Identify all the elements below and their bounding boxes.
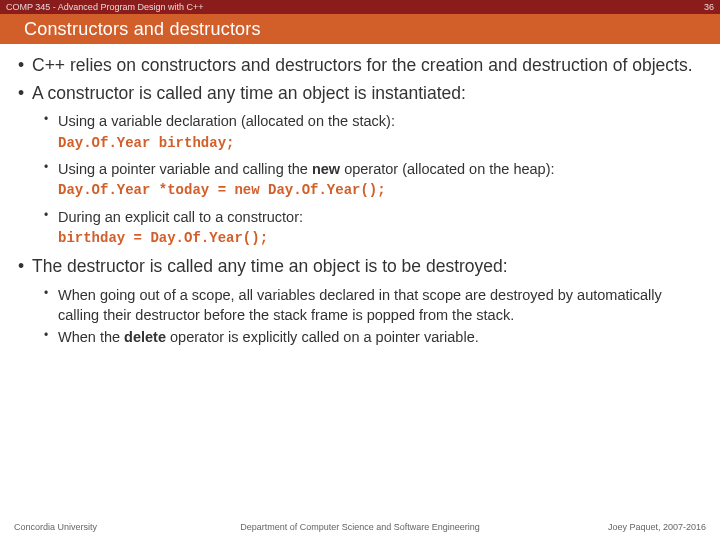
sub-3-2: When the delete operator is explicitly c…	[44, 327, 702, 347]
sub-2-1-text: Using a variable declaration (allocated …	[58, 113, 395, 129]
bullet-2-text: A constructor is called any time an obje…	[32, 83, 466, 103]
bullet-1: C++ relies on constructors and destructo…	[18, 54, 702, 78]
bullet-3-text: The destructor is called any time an obj…	[32, 256, 508, 276]
bullet-3: The destructor is called any time an obj…	[18, 255, 702, 348]
slide-title: Constructors and destructors	[24, 19, 261, 40]
footer-center: Department of Computer Science and Softw…	[154, 522, 566, 532]
sub-2-2-pre: Using a pointer variable and calling the	[58, 161, 312, 177]
title-bar: Constructors and destructors	[0, 14, 720, 44]
main-bullet-list: C++ relies on constructors and destructo…	[18, 54, 702, 347]
footer-right: Joey Paquet, 2007-2016	[566, 522, 706, 532]
delete-keyword: delete	[124, 329, 166, 345]
slide-content: C++ relies on constructors and destructo…	[0, 44, 720, 347]
header-top-bar: COMP 345 - Advanced Program Design with …	[0, 0, 720, 14]
code-3: birthday = Day.Of.Year();	[58, 229, 702, 249]
footer: Concordia University Department of Compu…	[0, 522, 720, 532]
code-2: Day.Of.Year *today = new Day.Of.Year();	[58, 181, 702, 201]
footer-left: Concordia University	[14, 522, 154, 532]
sub-2-1: Using a variable declaration (allocated …	[44, 111, 702, 153]
sub-2-2-post: operator (allocated on the heap):	[340, 161, 554, 177]
code-1: Day.Of.Year birthday;	[58, 134, 702, 154]
sub-3-2-pre: When the	[58, 329, 124, 345]
bullet-2: A constructor is called any time an obje…	[18, 82, 702, 249]
sub-2-3-text: During an explicit call to a constructor…	[58, 209, 303, 225]
sub-3-2-post: operator is explicitly called on a point…	[166, 329, 479, 345]
course-label: COMP 345 - Advanced Program Design with …	[6, 2, 203, 12]
slide-number: 36	[704, 2, 714, 12]
bullet-3-sublist: When going out of a scope, all variables…	[32, 285, 702, 348]
sub-2-2: Using a pointer variable and calling the…	[44, 159, 702, 201]
sub-3-1: When going out of a scope, all variables…	[44, 285, 702, 326]
sub-2-3: During an explicit call to a constructor…	[44, 207, 702, 249]
new-keyword: new	[312, 161, 340, 177]
bullet-2-sublist: Using a variable declaration (allocated …	[32, 111, 702, 249]
